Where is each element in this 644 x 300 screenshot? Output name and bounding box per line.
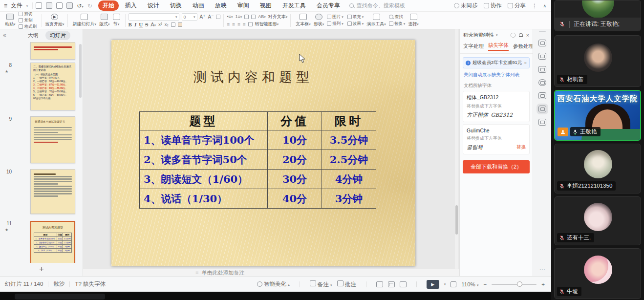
sync-status[interactable]: 未同步 — [454, 2, 478, 9]
tab-animation[interactable]: 动画 — [188, 0, 209, 11]
collapse-ribbon-icon[interactable]: ∧ — [543, 3, 546, 8]
play-from-current-button[interactable]: ▶ 当页开始▾ — [45, 14, 64, 27]
zoom-slider-knob[interactable] — [517, 281, 522, 287]
italic-button[interactable]: I — [134, 21, 136, 27]
tab-missing-fonts[interactable]: 缺失字体 — [488, 42, 509, 51]
command-search[interactable]: 查找命令、搜索模板 — [349, 2, 405, 9]
export-icon[interactable] — [46, 2, 52, 9]
document-check-icon[interactable] — [538, 92, 546, 99]
participant-tile[interactable]: 牛璇 — [554, 248, 641, 299]
tab-design[interactable]: 设计 — [143, 0, 164, 11]
align-text-button[interactable]: 对齐文本▾ — [268, 14, 288, 20]
decrease-font-icon[interactable]: A⁻ — [208, 14, 214, 20]
redo-icon[interactable]: ↻ — [87, 2, 92, 9]
print-preview-icon[interactable] — [66, 2, 73, 9]
cut-button[interactable]: 剪切 — [19, 12, 37, 17]
arrange-button[interactable]: 排列▾ — [327, 21, 343, 27]
picture-button[interactable]: 图片▾ — [327, 14, 343, 20]
zoom-level[interactable]: 110% ▾ — [461, 281, 478, 287]
bell-icon[interactable] — [519, 33, 523, 37]
tab-developer[interactable]: 开发工具 — [278, 0, 310, 11]
tab-transition[interactable]: 切换 — [166, 0, 186, 11]
slide-canvas[interactable]: 测试内容和题型 题型 分值 限时 1、读单音节字词100个10分3.5分钟 2、… — [111, 40, 415, 266]
font-color-button[interactable]: A▾ — [150, 21, 156, 27]
participant-tile[interactable]: 还有十三. — [554, 196, 641, 245]
find-button[interactable]: 查找 — [389, 14, 403, 20]
theme-name[interactable]: 散沙 — [53, 280, 64, 288]
notes-bar[interactable]: ≡ 单击此处添加备注 — [83, 269, 459, 276]
missing-fonts-indicator[interactable]: T? 缺失字体 — [75, 280, 106, 288]
justify-icon[interactable]: ≡ — [243, 21, 246, 27]
add-slide-button[interactable]: + — [0, 264, 83, 274]
shape-button[interactable]: 形状▾ — [314, 14, 324, 27]
tab-slides[interactable]: 幻灯片 — [45, 31, 70, 40]
zoom-in-button[interactable]: + — [541, 281, 545, 287]
effects-icon[interactable] — [538, 53, 546, 60]
tab-text-processing[interactable]: 文字处理 — [463, 43, 484, 50]
download-replace-all-button[interactable]: 全部下载和替换（2） — [463, 160, 530, 173]
share-button[interactable]: 分享 — [508, 2, 526, 9]
tab-parameter-processing[interactable]: 参数处理 — [513, 43, 534, 50]
properties-icon[interactable] — [538, 40, 546, 46]
tab-insert[interactable]: 插入 — [121, 0, 141, 11]
underline-button[interactable]: U — [139, 21, 143, 27]
replace-button[interactable]: 替换▾ — [389, 21, 406, 27]
more-tools-icon[interactable]: ⋯ — [533, 266, 552, 273]
copy-button[interactable]: 复制 — [19, 18, 37, 23]
tab-review[interactable]: 审阅 — [233, 0, 254, 11]
zoom-out-button[interactable]: − — [484, 281, 487, 287]
bullets-icon[interactable]: •≡▾ — [227, 14, 233, 19]
present-tools-button[interactable]: 演示工具▾ — [366, 14, 386, 27]
thumbnail-slide-11-selected[interactable]: 测试内容和题型 题型分值限时 1、读单音节字词100个10分3.5分钟 2、读多… — [30, 221, 75, 263]
hamburger-icon[interactable]: ≡ — [4, 2, 7, 9]
save-icon[interactable] — [36, 2, 42, 9]
print-icon[interactable] — [56, 2, 63, 9]
text-direction-icon[interactable]: AB▾ — [258, 14, 266, 19]
collaborate-button[interactable]: 协作 — [484, 2, 502, 9]
thumbnail-slide-10[interactable] — [30, 169, 75, 214]
slide-sorter-view-icon[interactable] — [388, 281, 395, 287]
thumbnail-scrollbar[interactable] — [79, 44, 82, 98]
bold-button[interactable]: B — [129, 21, 132, 27]
notes-toggle-button[interactable]: 备注 ▾ — [310, 280, 332, 288]
slide-table[interactable]: 题型 分值 限时 1、读单音节字词100个10分3.5分钟 2、读多音节字词50… — [139, 111, 376, 209]
subscript-button[interactable]: x₂ — [165, 22, 169, 27]
normal-view-icon[interactable] — [376, 281, 383, 287]
text-box-button[interactable]: 文本框▾ — [296, 14, 311, 27]
strikethrough-button[interactable]: S — [145, 21, 148, 27]
file-menu[interactable]: 文件 — [11, 1, 22, 10]
beautify-button[interactable]: 智能美化 ▴ — [257, 280, 290, 288]
participant-tile[interactable]: 正在讲话: 王敬艳; — [554, 0, 641, 31]
close-panel-icon[interactable]: × — [526, 32, 529, 38]
tab-outline[interactable]: 大纲 — [28, 32, 39, 39]
thumbnail-slide-7[interactable] — [30, 42, 75, 60]
member-promo-banner[interactable]: i 超级会员2年卡立减91元 × — [463, 57, 530, 68]
paste-button[interactable]: 粘贴▾ — [5, 14, 16, 27]
more-menu-icon[interactable]: ⋮ — [532, 2, 537, 9]
font-size-combo[interactable]: 0▾ — [182, 13, 197, 21]
align-right-icon[interactable]: ≡ — [237, 21, 240, 27]
increase-indent-icon[interactable] — [251, 15, 256, 19]
thumbnail-slide-8[interactable]: 二、普通话测试的成绩划分及测试的主要内容 （一）级别及总分范围 1、一级甲等：9… — [30, 63, 75, 110]
align-left-icon[interactable]: ≡ — [227, 21, 230, 27]
help-icon[interactable] — [538, 79, 546, 86]
slide-title[interactable]: 测试内容和题型 — [193, 68, 313, 86]
line-spacing-icon[interactable] — [248, 22, 253, 26]
font-name-combo[interactable]: ▾ — [129, 13, 179, 21]
select-button[interactable]: 选择▾ — [408, 14, 419, 27]
gear-icon[interactable] — [511, 33, 515, 38]
align-center-icon[interactable]: ≡ — [232, 21, 235, 27]
tab-home[interactable]: 开始 — [98, 0, 119, 11]
slideshow-options-caret[interactable]: ▾ — [444, 282, 446, 286]
format-painter-button[interactable]: 格式刷 — [19, 24, 37, 30]
strip-handle[interactable] — [539, 31, 546, 32]
disable-auto-list-link[interactable]: 关闭自动展示缺失字体列表 — [464, 72, 529, 78]
zoom-slider[interactable] — [492, 284, 537, 285]
fit-to-window-icon[interactable] — [451, 281, 456, 287]
reading-view-icon[interactable] — [400, 281, 407, 287]
convert-smart-graphic-button[interactable]: 转智能图形▾ — [255, 21, 279, 27]
editor-scrollbar[interactable] — [455, 29, 458, 269]
participant-tile[interactable]: 李姮21212101350 — [554, 144, 641, 193]
clear-format-icon[interactable] — [216, 15, 220, 19]
thumbnail-slide-9[interactable]: 普通话水平测试等级证书 — [30, 116, 75, 163]
